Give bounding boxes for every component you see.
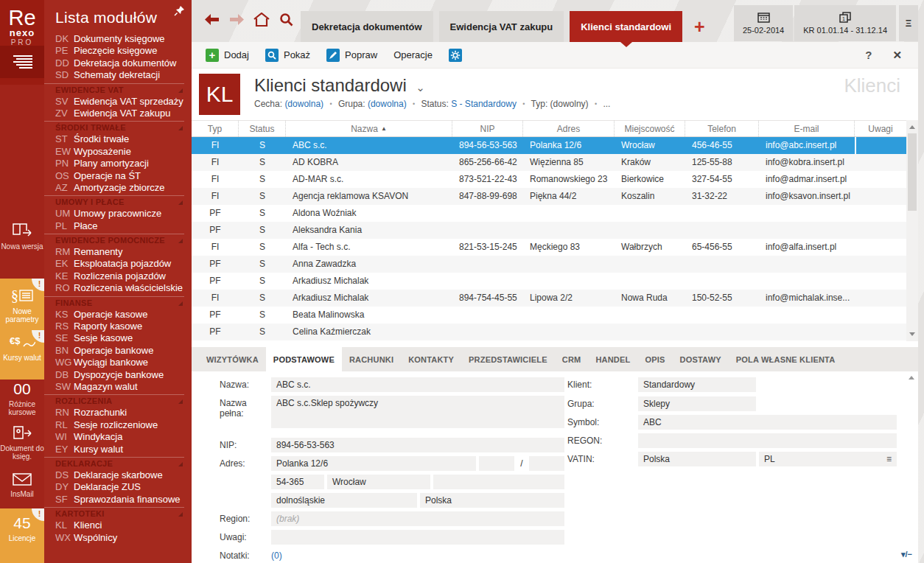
sidebar-item-wyposażenie[interactable]: EWWyposażenie: [44, 146, 192, 158]
scroll-down-icon[interactable]: [909, 332, 915, 336]
column-header-nazwa[interactable]: Nazwa▲: [286, 121, 452, 136]
filter-grupa[interactable]: Grupa: (dowolna): [338, 99, 407, 109]
show-button[interactable]: Pokaż: [259, 46, 317, 65]
sidebar-item-operacje-kasowe[interactable]: KSOperacje kasowe: [44, 309, 192, 321]
column-header-status[interactable]: Status: [239, 121, 286, 136]
add-button[interactable]: + Dodaj: [199, 46, 256, 65]
detail-tab-przedstawiciele[interactable]: PRZEDSTAWICIELE: [461, 347, 555, 371]
house-number-field[interactable]: [479, 456, 514, 471]
detail-tab-dostawy[interactable]: DOSTAWY: [673, 347, 729, 371]
sidebar-item-magazyn-walut[interactable]: SWMagazyn walut: [44, 381, 192, 393]
sidebar-item-pieczęcie-księgowe[interactable]: PEPieczęcie księgowe: [44, 45, 192, 57]
sidebar-item-eksploatacja-pojazdów[interactable]: EKEksploatacja pojazdów: [44, 258, 192, 270]
detail-tab-crm[interactable]: CRM: [555, 347, 589, 371]
scroll-up-icon[interactable]: [909, 125, 915, 129]
sidebar-item-dyspozycje-bankowe[interactable]: DBDyspozycje bankowe: [44, 369, 192, 381]
settings-button[interactable]: [442, 46, 469, 65]
province-field[interactable]: dolnośląskie: [271, 493, 417, 508]
period-button[interactable]: 1 KR 01.01.14 - 31.12.14: [794, 5, 896, 41]
sidebar-item-umowy-pracownicze[interactable]: UMUmowy pracownicze: [44, 208, 192, 220]
detail-tab-handel[interactable]: HANDEL: [588, 347, 637, 371]
chevron-down-icon[interactable]: ⌄: [416, 81, 425, 94]
vatin-code-field[interactable]: PL≡: [759, 452, 897, 466]
module-menu-button[interactable]: [0, 46, 44, 78]
column-header-e-mail[interactable]: E-mail: [759, 121, 855, 136]
filter-more[interactable]: ...: [603, 99, 610, 109]
sidebar-item-raporty-kasowe[interactable]: RSRaporty kasowe: [44, 321, 192, 332]
city-field[interactable]: Wrocław: [327, 475, 430, 489]
regon-field[interactable]: [638, 433, 897, 448]
rail-item-roznice-kursowe[interactable]: 00 Różnice kursowe: [0, 380, 44, 416]
vatin-country-field[interactable]: Polska: [638, 452, 756, 466]
window-menu-button[interactable]: Ξ: [899, 5, 918, 41]
sidebar-item-operacje-bankowe[interactable]: BNOperacje bankowe: [44, 345, 192, 357]
home-button[interactable]: [253, 13, 270, 29]
sidebar-item-schematy-dekretacji[interactable]: SDSchematy dekretacji: [44, 69, 192, 81]
klient-field[interactable]: Standardowy: [638, 377, 756, 392]
sidebar-item-kursy-walut[interactable]: EYKursy walut: [44, 444, 192, 455]
panel-collapse-control[interactable]: ▾/−: [901, 550, 912, 559]
detail-scroll-up-icon[interactable]: [909, 376, 914, 380]
rail-item-nowe-parametry[interactable]: § Nowe parametry: [0, 287, 44, 324]
nip-field[interactable]: 894-56-53-563: [271, 438, 564, 452]
sidebar-item-plany-amortyzacji[interactable]: PNPlany amortyzacji: [44, 158, 192, 169]
table-row[interactable]: FISAD-MAR s.c.873-521-22-43Romanowskiego…: [192, 171, 906, 188]
rail-item-insmail[interactable]: InsMail: [0, 472, 44, 498]
table-row[interactable]: PFSCelina Kaźmierczak: [192, 324, 906, 340]
sidebar-item-sesje-kasowe[interactable]: SESesje kasowe: [44, 332, 192, 344]
module-group-header-kartoteki[interactable]: KARTOTEKI: [44, 507, 184, 519]
table-row[interactable]: FISArkadiusz Michalak894-754-45-55Lipowa…: [192, 290, 906, 307]
sidebar-item-operacje-na-śt[interactable]: OSOperacje na ŚT: [44, 170, 192, 182]
sidebar-item-wspólnicy[interactable]: WXWspólnicy: [44, 532, 192, 544]
sidebar-item-remanenty[interactable]: RMRemanenty: [44, 246, 192, 258]
column-header-nip[interactable]: NIP: [452, 121, 523, 136]
scroll-thumb[interactable]: [908, 133, 917, 211]
filter-typ[interactable]: Typ: (dowolny): [531, 99, 589, 109]
sidebar-item-ewidencja-vat-sprzedaży[interactable]: SVEwidencja VAT sprzedaży: [44, 96, 192, 108]
close-view-button[interactable]: ✕: [892, 49, 902, 62]
filter-status[interactable]: Status: S - Standardowy: [421, 99, 517, 109]
symbol-field[interactable]: ABC: [638, 415, 897, 430]
detail-tab-podstawowe[interactable]: PODSTAWOWE: [266, 347, 342, 371]
tab-ewidencja-vat-zakupu[interactable]: Ewidencja VAT zakupu: [439, 11, 564, 42]
table-row[interactable]: PFSBeata Malinowska: [192, 307, 906, 324]
module-group-header-deklaracje[interactable]: DEKLARACJE: [44, 457, 184, 469]
back-button[interactable]: [205, 14, 220, 28]
column-header-uwagi[interactable]: Uwagi: [855, 121, 906, 136]
nazwa-pelna-field[interactable]: ABC s.c.Sklep spożywczy: [271, 396, 564, 428]
table-row[interactable]: FISAlfa - Tech s.c.821-53-15-245Męckiego…: [192, 239, 906, 256]
sidebar-item-ewidencja-vat-zakupu[interactable]: ZVEwidencja VAT zakupu: [44, 108, 192, 119]
detail-tab-wizytówka[interactable]: WIZYTÓWKA: [199, 347, 266, 371]
sidebar-item-rozrachunki[interactable]: RNRozrachunki: [44, 407, 192, 419]
nazwa-field[interactable]: ABC s.c.: [271, 377, 564, 392]
post-field[interactable]: [433, 475, 564, 489]
region-field[interactable]: (brak): [271, 511, 564, 526]
filter-cecha[interactable]: Cecha: (dowolna): [254, 99, 323, 109]
forward-button[interactable]: [229, 14, 244, 28]
flat-number-field[interactable]: [529, 456, 564, 471]
column-header-typ[interactable]: Typ: [192, 121, 239, 136]
column-header-miejscowość[interactable]: Miejscowość: [615, 121, 685, 136]
sidebar-item-amortyzacje-zbiorcze[interactable]: AZAmortyzacje zbiorcze: [44, 182, 192, 194]
table-row[interactable]: FISAgencja reklamowa KSAVON847-88-99-698…: [192, 188, 906, 205]
rail-item-dokument-do-ksieg[interactable]: Dokument do księg.: [0, 424, 44, 461]
sidebar-item-sprawozdania-finansowe[interactable]: SFSprawozdania finansowe: [44, 494, 192, 506]
detail-tab-pola-własne-klienta[interactable]: POLA WŁASNE KLIENTA: [729, 347, 843, 371]
module-group-header-ewidencje-vat[interactable]: EWIDENCJE VAT: [44, 83, 184, 95]
pin-icon[interactable]: [174, 5, 185, 19]
sidebar-item-deklaracje-zus[interactable]: DYDeklaracje ZUS: [44, 481, 192, 493]
street-field[interactable]: Polanka 12/6: [271, 456, 476, 471]
table-scrollbar[interactable]: [906, 120, 918, 341]
module-group-header-umowy-i-płace[interactable]: UMOWY I PŁACE: [44, 195, 184, 207]
sidebar-item-deklaracje-skarbowe[interactable]: DSDeklaracje skarbowe: [44, 469, 192, 481]
module-group-header-środki-trwałe[interactable]: ŚRODKI TRWAŁE: [44, 121, 184, 133]
table-row[interactable]: FISABC s.c.894-56-53-563Polanka 12/6Wroc…: [192, 137, 906, 154]
module-group-header-finanse[interactable]: FINANSE: [44, 296, 184, 308]
column-header-telefon[interactable]: Telefon: [685, 121, 759, 136]
zip-field[interactable]: 54-365: [271, 475, 324, 489]
search-button[interactable]: [279, 13, 293, 29]
module-group-header-ewidencje-pomocnicze[interactable]: EWIDENCJE POMOCNICZE: [44, 234, 184, 245]
grupa-field[interactable]: Sklepy: [638, 396, 756, 411]
country-field[interactable]: Polska: [420, 493, 564, 508]
tab-dekretacja-dokumentów[interactable]: Dekretacja dokumentów: [301, 11, 433, 42]
